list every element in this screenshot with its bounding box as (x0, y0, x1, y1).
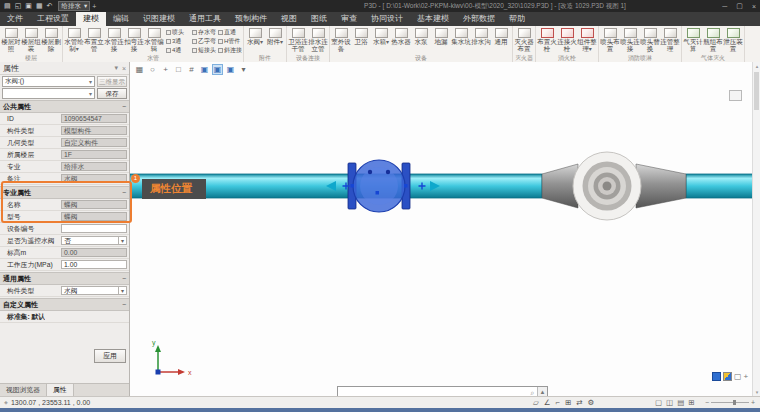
minimize-button[interactable]: ─ (722, 3, 727, 10)
quad-viewport-icon[interactable]: ⊞ (688, 398, 694, 407)
fullnav-icon[interactable]: + (744, 372, 749, 381)
preset-combo[interactable]: ▾ (2, 88, 95, 99)
ribbon-button[interactable]: 热水器 (391, 27, 411, 45)
panel-close-icon[interactable]: × (122, 65, 126, 72)
section-header[interactable]: 公共属性− (0, 100, 129, 113)
collapse-icon[interactable]: − (122, 275, 126, 282)
viewport-scrollbar[interactable]: ▴ ▾ (752, 62, 760, 396)
ribbon-small-item[interactable]: 4通 (166, 46, 190, 55)
apply-button[interactable]: 应用 (94, 349, 126, 363)
command-input[interactable] (338, 388, 528, 397)
property-value[interactable]: 水阀▾ (61, 286, 127, 295)
ribbon-button[interactable]: 楼层对照 (1, 27, 21, 52)
menu-tab-13[interactable]: 外部数据 (456, 12, 502, 26)
ribbon-button[interactable]: 水管连接 (104, 27, 124, 52)
list-viewport-icon[interactable]: ▤ (677, 398, 684, 407)
ribbon-button[interactable]: 喷头布置 (600, 27, 620, 52)
ribbon-button[interactable]: 排水连立管 (308, 27, 328, 52)
zoom-out-button[interactable]: − (705, 399, 709, 406)
polar-icon[interactable]: ⌐ (556, 398, 560, 407)
pan-icon[interactable]: + (160, 64, 171, 75)
menu-tab-14[interactable]: 帮助 (502, 12, 532, 26)
ribbon-button[interactable]: 瓶组布置 (703, 27, 723, 52)
ribbon-small-item[interactable]: H管件 (218, 37, 242, 46)
zoom-slider[interactable] (711, 402, 749, 403)
close-button[interactable]: × (752, 3, 756, 10)
menu-tab-1[interactable]: 文件 (0, 12, 30, 26)
ribbon-button[interactable]: 排水沟 (471, 27, 491, 45)
menu-tab-11[interactable]: 协同设计 (364, 12, 410, 26)
ribbon-button[interactable]: 扣弯连接 (124, 27, 144, 52)
ribbon-button[interactable]: 水泵 (411, 27, 431, 45)
view-style-dropdown-icon[interactable]: ▾ (238, 64, 249, 75)
maximize-button[interactable]: ▢ (736, 2, 743, 10)
section-header[interactable]: 通用属性− (0, 272, 129, 285)
viewport-mini-button[interactable] (729, 90, 742, 101)
grid-icon[interactable]: # (186, 64, 197, 75)
chevron-down-icon[interactable]: ▾ (118, 237, 124, 244)
ribbon-small-item[interactable]: 直通 (218, 28, 242, 37)
panel-tab-active[interactable]: 属性 (47, 384, 74, 396)
ribbon-button[interactable]: 水阀▾ (245, 27, 265, 45)
ribbon-button[interactable]: 集水坑 (451, 27, 471, 45)
ribbon-button[interactable]: 室外设备 (331, 27, 351, 52)
ribbon-button[interactable]: 卫浴 (351, 27, 371, 45)
discipline-combo[interactable]: 给排水 ▾ (58, 1, 90, 11)
ribbon-button[interactable]: 地漏 (431, 27, 451, 45)
ribbon-small-item[interactable]: 短接头 (192, 46, 216, 55)
zoom-window-icon[interactable]: □ (173, 64, 184, 75)
ribbon-button[interactable]: 连管整理 (660, 27, 680, 52)
menu-tab-12[interactable]: 基本建模 (410, 12, 456, 26)
shaded-view-icon[interactable]: ▣ (212, 64, 223, 75)
ucs-icon[interactable]: ▢ (734, 372, 742, 381)
scroll-up-icon[interactable]: ▴ (753, 62, 760, 70)
menu-tab-8[interactable]: 视图 (274, 12, 304, 26)
chevron-down-icon[interactable]: ▾ (118, 287, 124, 294)
split-viewport-icon[interactable]: ◫ (666, 398, 673, 407)
save-icon[interactable]: ▣ (25, 2, 32, 10)
settings-icon[interactable]: ⚙ (588, 398, 595, 407)
ribbon-button[interactable]: 喷头替换 (640, 27, 660, 52)
expand-command-history-icon[interactable]: ▲ (537, 387, 547, 396)
component-type-combo[interactable]: 水阀:() ▾ (2, 76, 95, 87)
scroll-down-icon[interactable]: ▾ (753, 388, 760, 396)
ribbon-button[interactable]: 水管编辑 (144, 27, 164, 52)
ribbon-button[interactable]: 泄压装置 (723, 27, 743, 52)
menu-tab-2[interactable]: 工程设置 (30, 12, 76, 26)
menu-tab-3[interactable]: 建模 (76, 12, 106, 26)
ortho-icon[interactable]: ∠ (544, 398, 551, 407)
undo-icon[interactable]: ↶ (47, 2, 53, 10)
menu-tab-10[interactable]: 审查 (334, 12, 364, 26)
ribbon-button[interactable]: 水箱▾ (371, 27, 391, 45)
wireframe-view-icon[interactable]: ▣ (199, 64, 210, 75)
select-box-icon[interactable]: ▦ (134, 64, 145, 75)
ribbon-button[interactable]: 卫浴连干管 (288, 27, 308, 52)
ribbon-small-item[interactable]: 斜连接 (218, 46, 242, 55)
view3d-button[interactable]: 三维显示 (97, 76, 127, 87)
ribbon-small-item[interactable]: 乙字弯 (192, 37, 216, 46)
orbit-icon[interactable]: ○ (147, 64, 158, 75)
panel-menu-icon[interactable]: ▾ (114, 64, 118, 72)
ribbon-button[interactable]: 组件整理▾ (577, 27, 597, 52)
ribbon-small-item[interactable]: 3通 (166, 37, 190, 46)
scrollbar-thumb[interactable] (754, 72, 759, 110)
ribbon-small-item[interactable]: 喷头 (166, 28, 190, 37)
menu-tab-9[interactable]: 图纸 (304, 12, 334, 26)
open-file-icon[interactable]: ◱ (15, 2, 22, 10)
realistic-view-icon[interactable]: ▣ (225, 64, 236, 75)
panel-tab-other[interactable]: 视图浏览器 (0, 384, 47, 396)
ribbon-button[interactable]: 水管绘制▾ (64, 27, 84, 52)
ribbon-button[interactable]: 楼层删除 (41, 27, 61, 52)
ribbon-button[interactable]: 灭火器布置 (514, 27, 534, 52)
ribbon-button[interactable]: 楼层组装 (21, 27, 41, 52)
zoom-in-button[interactable]: + (751, 399, 755, 406)
compass-icon[interactable] (723, 372, 732, 381)
section-header[interactable]: 自定义属性− (0, 298, 129, 311)
ribbon-button[interactable]: 气灭计算 (683, 27, 703, 52)
model-viewport[interactable]: y x ▦○+□#▣▣▣▾ ▴ ▾ ⌕ ▲ ▢+ (130, 62, 760, 396)
track-icon[interactable]: ⇄ (576, 398, 582, 407)
ribbon-button[interactable]: 布置立管 (84, 27, 104, 52)
layer-icon[interactable]: ▱ (533, 398, 539, 407)
collapse-icon[interactable]: − (122, 301, 126, 308)
collapse-icon[interactable]: − (122, 103, 126, 110)
